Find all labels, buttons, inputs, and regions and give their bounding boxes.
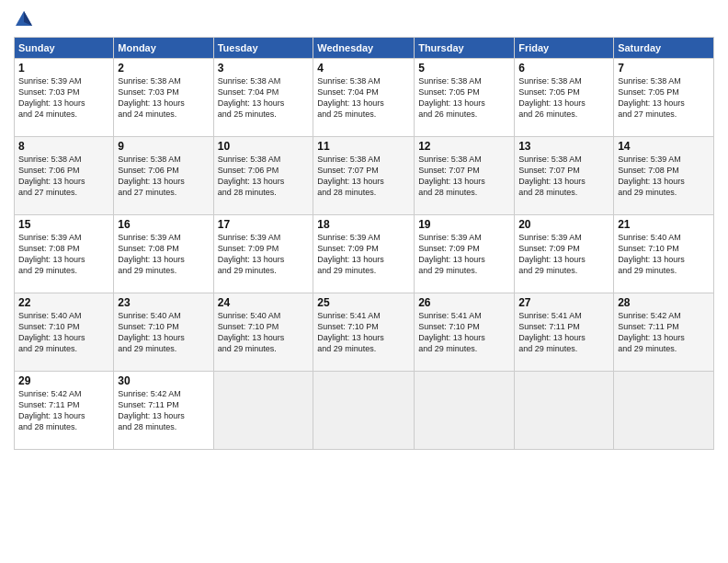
day-number: 20 [518, 218, 609, 231]
day-info: Sunrise: 5:41 AM Sunset: 7:10 PM Dayligh… [418, 310, 510, 355]
weekday-header-monday: Monday [114, 38, 213, 59]
week-row-3: 15Sunrise: 5:39 AM Sunset: 7:08 PM Dayli… [15, 215, 714, 293]
day-number: 28 [618, 296, 710, 309]
day-info: Sunrise: 5:38 AM Sunset: 7:07 PM Dayligh… [317, 154, 410, 199]
day-info: Sunrise: 5:40 AM Sunset: 7:10 PM Dayligh… [618, 232, 710, 277]
day-info: Sunrise: 5:39 AM Sunset: 7:09 PM Dayligh… [317, 232, 410, 277]
day-number: 24 [218, 296, 310, 309]
day-number: 21 [618, 218, 710, 231]
day-number: 6 [518, 62, 609, 75]
day-cell: 2Sunrise: 5:38 AM Sunset: 7:03 PM Daylig… [114, 59, 213, 137]
day-number: 2 [118, 62, 209, 75]
day-number: 14 [618, 140, 710, 153]
day-cell: 22Sunrise: 5:40 AM Sunset: 7:10 PM Dayli… [15, 293, 114, 372]
weekday-header-sunday: Sunday [15, 38, 114, 59]
day-number: 23 [118, 296, 209, 309]
day-info: Sunrise: 5:41 AM Sunset: 7:11 PM Dayligh… [518, 310, 609, 355]
day-info: Sunrise: 5:39 AM Sunset: 7:09 PM Dayligh… [518, 232, 609, 277]
day-info: Sunrise: 5:38 AM Sunset: 7:06 PM Dayligh… [218, 154, 310, 199]
day-info: Sunrise: 5:40 AM Sunset: 7:10 PM Dayligh… [118, 310, 209, 355]
day-cell: 21Sunrise: 5:40 AM Sunset: 7:10 PM Dayli… [614, 215, 714, 293]
day-cell: 26Sunrise: 5:41 AM Sunset: 7:10 PM Dayli… [415, 293, 515, 372]
day-number: 12 [418, 140, 510, 153]
day-number: 5 [418, 62, 510, 75]
day-info: Sunrise: 5:40 AM Sunset: 7:10 PM Dayligh… [218, 310, 310, 355]
day-cell: 17Sunrise: 5:39 AM Sunset: 7:09 PM Dayli… [213, 215, 313, 293]
day-info: Sunrise: 5:38 AM Sunset: 7:06 PM Dayligh… [18, 154, 109, 199]
day-info: Sunrise: 5:38 AM Sunset: 7:07 PM Dayligh… [418, 154, 510, 199]
day-info: Sunrise: 5:38 AM Sunset: 7:04 PM Dayligh… [317, 75, 410, 121]
day-cell [614, 372, 714, 450]
logo-icon [14, 9, 34, 29]
day-number: 26 [418, 296, 510, 309]
day-cell: 23Sunrise: 5:40 AM Sunset: 7:10 PM Dayli… [114, 293, 213, 372]
day-number: 9 [118, 140, 209, 153]
day-number: 29 [18, 374, 109, 387]
day-info: Sunrise: 5:38 AM Sunset: 7:07 PM Dayligh… [518, 154, 609, 199]
day-number: 7 [618, 62, 710, 75]
day-info: Sunrise: 5:39 AM Sunset: 7:09 PM Dayligh… [218, 232, 310, 277]
day-number: 19 [418, 218, 510, 231]
day-cell: 10Sunrise: 5:38 AM Sunset: 7:06 PM Dayli… [213, 137, 313, 215]
day-cell [213, 372, 313, 450]
day-cell: 11Sunrise: 5:38 AM Sunset: 7:07 PM Dayli… [313, 137, 415, 215]
day-number: 8 [18, 140, 109, 153]
day-cell: 30Sunrise: 5:42 AM Sunset: 7:11 PM Dayli… [114, 372, 213, 450]
day-number: 11 [317, 140, 410, 153]
day-cell: 4Sunrise: 5:38 AM Sunset: 7:04 PM Daylig… [313, 59, 415, 137]
weekday-header-friday: Friday [515, 38, 614, 59]
day-info: Sunrise: 5:42 AM Sunset: 7:11 PM Dayligh… [118, 388, 209, 433]
day-info: Sunrise: 5:39 AM Sunset: 7:08 PM Dayligh… [118, 232, 209, 277]
day-number: 16 [118, 218, 209, 231]
page: SundayMondayTuesdayWednesdayThursdayFrid… [0, 0, 728, 563]
day-cell: 20Sunrise: 5:39 AM Sunset: 7:09 PM Dayli… [515, 215, 614, 293]
day-number: 13 [518, 140, 609, 153]
day-cell: 14Sunrise: 5:39 AM Sunset: 7:08 PM Dayli… [614, 137, 714, 215]
week-row-5: 29Sunrise: 5:42 AM Sunset: 7:11 PM Dayli… [15, 372, 714, 450]
week-row-4: 22Sunrise: 5:40 AM Sunset: 7:10 PM Dayli… [15, 293, 714, 372]
day-cell: 16Sunrise: 5:39 AM Sunset: 7:08 PM Dayli… [114, 215, 213, 293]
weekday-header-tuesday: Tuesday [213, 38, 313, 59]
day-cell: 15Sunrise: 5:39 AM Sunset: 7:08 PM Dayli… [15, 215, 114, 293]
day-number: 1 [18, 62, 109, 75]
day-info: Sunrise: 5:38 AM Sunset: 7:06 PM Dayligh… [118, 154, 209, 199]
day-number: 25 [317, 296, 410, 309]
day-cell: 27Sunrise: 5:41 AM Sunset: 7:11 PM Dayli… [515, 293, 614, 372]
day-number: 30 [118, 374, 209, 387]
day-number: 3 [218, 62, 310, 75]
day-cell: 9Sunrise: 5:38 AM Sunset: 7:06 PM Daylig… [114, 137, 213, 215]
logo [14, 9, 38, 29]
day-number: 17 [218, 218, 310, 231]
day-info: Sunrise: 5:41 AM Sunset: 7:10 PM Dayligh… [317, 310, 410, 355]
day-info: Sunrise: 5:39 AM Sunset: 7:03 PM Dayligh… [18, 75, 109, 121]
day-cell: 28Sunrise: 5:42 AM Sunset: 7:11 PM Dayli… [614, 293, 714, 372]
day-info: Sunrise: 5:38 AM Sunset: 7:05 PM Dayligh… [418, 75, 510, 121]
weekday-header-thursday: Thursday [415, 38, 515, 59]
day-cell [515, 372, 614, 450]
week-row-1: 1Sunrise: 5:39 AM Sunset: 7:03 PM Daylig… [15, 59, 714, 137]
day-number: 4 [317, 62, 410, 75]
day-cell: 6Sunrise: 5:38 AM Sunset: 7:05 PM Daylig… [515, 59, 614, 137]
day-info: Sunrise: 5:38 AM Sunset: 7:04 PM Dayligh… [218, 75, 310, 121]
day-cell: 5Sunrise: 5:38 AM Sunset: 7:05 PM Daylig… [415, 59, 515, 137]
day-number: 18 [317, 218, 410, 231]
day-cell: 13Sunrise: 5:38 AM Sunset: 7:07 PM Dayli… [515, 137, 614, 215]
day-info: Sunrise: 5:38 AM Sunset: 7:05 PM Dayligh… [518, 75, 609, 121]
day-cell: 29Sunrise: 5:42 AM Sunset: 7:11 PM Dayli… [15, 372, 114, 450]
day-number: 22 [18, 296, 109, 309]
day-info: Sunrise: 5:40 AM Sunset: 7:10 PM Dayligh… [18, 310, 109, 355]
weekday-header-saturday: Saturday [614, 38, 714, 59]
day-info: Sunrise: 5:39 AM Sunset: 7:08 PM Dayligh… [18, 232, 109, 277]
day-number: 15 [18, 218, 109, 231]
week-row-2: 8Sunrise: 5:38 AM Sunset: 7:06 PM Daylig… [15, 137, 714, 215]
day-cell: 3Sunrise: 5:38 AM Sunset: 7:04 PM Daylig… [213, 59, 313, 137]
day-cell: 8Sunrise: 5:38 AM Sunset: 7:06 PM Daylig… [15, 137, 114, 215]
day-info: Sunrise: 5:42 AM Sunset: 7:11 PM Dayligh… [18, 388, 109, 433]
day-info: Sunrise: 5:38 AM Sunset: 7:05 PM Dayligh… [618, 75, 710, 121]
day-cell: 1Sunrise: 5:39 AM Sunset: 7:03 PM Daylig… [15, 59, 114, 137]
day-info: Sunrise: 5:38 AM Sunset: 7:03 PM Dayligh… [118, 75, 209, 121]
day-cell: 18Sunrise: 5:39 AM Sunset: 7:09 PM Dayli… [313, 215, 415, 293]
day-info: Sunrise: 5:39 AM Sunset: 7:08 PM Dayligh… [618, 154, 710, 199]
day-info: Sunrise: 5:42 AM Sunset: 7:11 PM Dayligh… [618, 310, 710, 355]
day-cell: 12Sunrise: 5:38 AM Sunset: 7:07 PM Dayli… [415, 137, 515, 215]
